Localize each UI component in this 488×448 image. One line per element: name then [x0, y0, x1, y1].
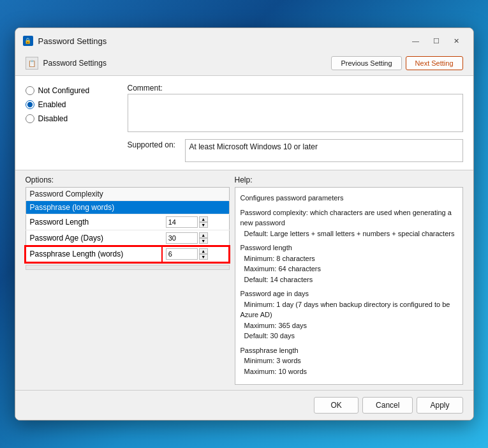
- password-settings-dialog: 🔒 Password Settings — ☐ ✕ 📋 Password Set…: [15, 27, 474, 421]
- help-para-2: Password complexity: which characters ar…: [240, 207, 457, 239]
- options-panel: Options: Password Complexity Passphrase …: [26, 175, 230, 385]
- options-label: Options:: [26, 175, 230, 184]
- password-length-value: ▲ ▼: [162, 214, 229, 230]
- table-row-header: Password Complexity: [26, 188, 229, 201]
- comment-section: Comment:: [128, 84, 463, 134]
- supported-text: At least Microsoft Windows 10 or later: [185, 139, 463, 162]
- close-button[interactable]: ✕: [448, 34, 466, 47]
- window-controls: — ☐ ✕: [407, 34, 466, 47]
- table-row-password-length: Password Length ▲ ▼: [26, 214, 229, 230]
- minimize-button[interactable]: —: [407, 34, 425, 47]
- password-age-input[interactable]: [166, 232, 198, 244]
- comment-textarea[interactable]: [128, 94, 463, 132]
- supported-section: Supported on: At least Microsoft Windows…: [128, 139, 463, 162]
- dialog-title: Password Settings: [38, 36, 107, 46]
- password-complexity-header: Password Complexity: [26, 188, 229, 201]
- supported-label: Supported on:: [128, 140, 185, 149]
- password-length-spinner: ▲ ▼: [199, 216, 208, 228]
- options-scrollbar[interactable]: [26, 265, 230, 270]
- options-table: Password Complexity Passphrase (long wor…: [26, 187, 230, 262]
- apply-button[interactable]: Apply: [417, 397, 462, 414]
- help-para-5: Passphrase length Minimum: 3 words Maxim…: [240, 345, 457, 377]
- prev-setting-button[interactable]: Previous Setting: [331, 56, 401, 70]
- radio-section: Not Configured Enabled Disabled: [26, 84, 128, 128]
- table-row-passphrase[interactable]: Passphrase (long words): [26, 201, 229, 214]
- password-age-up[interactable]: ▲: [199, 232, 208, 238]
- help-label: Help:: [235, 175, 463, 184]
- header-icon: 📋: [26, 57, 38, 70]
- password-length-up[interactable]: ▲: [199, 216, 208, 222]
- passphrase-length-up[interactable]: ▲: [199, 248, 208, 254]
- close-icon: ✕: [454, 37, 459, 45]
- help-para-3: Password length Minimum: 8 characters Ma…: [240, 243, 457, 285]
- radio-disabled[interactable]: Disabled: [26, 114, 128, 123]
- main-content: Not Configured Enabled Disabled Comment:…: [15, 76, 473, 170]
- password-length-input[interactable]: [166, 216, 198, 228]
- password-age-spinner: ▲ ▼: [199, 232, 208, 244]
- minimize-icon: —: [412, 37, 419, 45]
- maximize-button[interactable]: ☐: [427, 34, 445, 47]
- help-text-box: Configures password parameters Password …: [235, 187, 463, 385]
- table-row-password-age: Password Age (Days) ▲ ▼: [26, 230, 229, 246]
- table-row-passphrase-length: Passphrase Length (words) ▲ ▼: [26, 246, 229, 262]
- bottom-section: Options: Password Complexity Passphrase …: [15, 170, 473, 390]
- password-length-down[interactable]: ▼: [199, 222, 208, 228]
- radio-enabled-label: Enabled: [38, 100, 66, 109]
- password-length-label: Password Length: [26, 214, 162, 230]
- help-panel: Help: Configures password parameters Pas…: [235, 175, 463, 385]
- comment-label: Comment:: [128, 84, 463, 93]
- radio-not-configured[interactable]: Not Configured: [26, 86, 128, 95]
- dialog-icon: 🔒: [23, 36, 33, 46]
- radio-enabled[interactable]: Enabled: [26, 100, 128, 109]
- ok-button[interactable]: OK: [314, 397, 359, 414]
- next-setting-button[interactable]: Next Setting: [406, 56, 463, 70]
- nav-buttons: Previous Setting Next Setting: [331, 56, 462, 70]
- passphrase-row-label: Passphrase (long words): [26, 201, 229, 214]
- help-para-1: Configures password parameters: [240, 193, 457, 204]
- password-age-label: Password Age (Days): [26, 230, 162, 246]
- passphrase-length-input[interactable]: [166, 248, 198, 260]
- header-title: Password Settings: [43, 59, 107, 68]
- passphrase-length-label: Passphrase Length (words): [26, 246, 162, 262]
- radio-enabled-input[interactable]: [26, 100, 34, 109]
- footer: OK Cancel Apply: [15, 390, 473, 420]
- passphrase-length-value: ▲ ▼: [162, 246, 229, 262]
- cancel-button[interactable]: Cancel: [362, 397, 413, 414]
- radio-not-configured-label: Not Configured: [38, 86, 90, 95]
- maximize-icon: ☐: [433, 37, 440, 45]
- passphrase-length-spinner: ▲ ▼: [199, 248, 208, 260]
- title-bar: 🔒 Password Settings — ☐ ✕: [15, 28, 473, 52]
- radio-disabled-label: Disabled: [38, 114, 68, 123]
- radio-disabled-input[interactable]: [26, 114, 34, 123]
- password-age-down[interactable]: ▼: [199, 238, 208, 244]
- options-help-row: Options: Password Complexity Passphrase …: [26, 175, 463, 385]
- password-age-value: ▲ ▼: [162, 230, 229, 246]
- radio-not-configured-input[interactable]: [26, 86, 34, 95]
- passphrase-length-down[interactable]: ▼: [199, 254, 208, 260]
- help-para-4: Password age in days Minimum: 1 day (7 d…: [240, 288, 457, 341]
- header-bar: 📋 Password Settings Previous Setting Nex…: [15, 52, 473, 76]
